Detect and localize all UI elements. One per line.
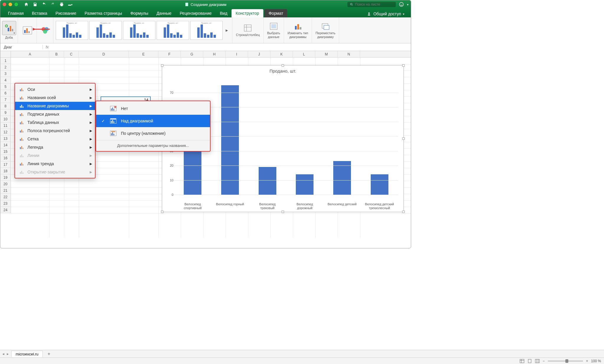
col-header-I[interactable]: I [226, 51, 248, 57]
col-header-G[interactable]: G [181, 51, 203, 57]
row-header-19[interactable]: 19 [0, 174, 11, 181]
bar-3[interactable] [296, 174, 314, 195]
col-header-E[interactable]: E [129, 51, 158, 57]
sheet-search[interactable] [347, 2, 396, 7]
fx-label[interactable]: fx [43, 45, 52, 49]
titlebar-more-icon[interactable]: ▾ [407, 3, 408, 6]
row-header-8[interactable]: 8 [0, 103, 11, 109]
menu-item-4[interactable]: Таблица данных▶ [15, 118, 95, 127]
col-header-N[interactable]: N [338, 51, 360, 57]
chart-style-2[interactable] [89, 21, 122, 40]
chart-style-4[interactable] [157, 21, 189, 40]
submenu-item-0[interactable]: Нет [96, 102, 210, 115]
row-header-9[interactable]: 9 [0, 109, 11, 116]
add-chart-element-button[interactable] [2, 21, 16, 35]
row-header-18[interactable]: 18 [0, 168, 11, 174]
svg-rect-11 [26, 28, 28, 33]
menu-item-7[interactable]: Легенда▶ [15, 143, 95, 151]
row-header-3[interactable]: 3 [0, 70, 11, 77]
tab-review[interactable]: Рецензирование [175, 9, 216, 17]
ytick: 70 [170, 91, 173, 94]
user-smiley-icon[interactable] [399, 2, 404, 7]
col-header-H[interactable]: H [203, 51, 226, 57]
row-header-24[interactable]: 24 [0, 207, 11, 213]
row-header-7[interactable]: 7 [0, 96, 11, 103]
tab-home[interactable]: Главная [4, 9, 28, 17]
col-header-L[interactable]: L [293, 51, 315, 57]
switch-row-column-button[interactable]: Строка/столбец [232, 17, 264, 43]
col-header-C[interactable]: C [64, 51, 79, 57]
tab-data[interactable]: Данные [152, 9, 176, 17]
row-header-5[interactable]: 5 [0, 83, 11, 90]
row-header-15[interactable]: 15 [0, 148, 11, 155]
submenu-item-2[interactable]: По центру (наложение) [96, 127, 210, 140]
change-chart-type-button[interactable]: Изменить тип диаграммы [284, 17, 312, 43]
bar-4[interactable] [333, 161, 351, 195]
share-person-icon [367, 12, 372, 16]
move-chart-button[interactable]: Переместить диаграмму [312, 17, 339, 43]
menu-item-6[interactable]: Сетка▶ [15, 135, 95, 143]
col-header-F[interactable]: F [158, 51, 181, 57]
bar-5[interactable] [371, 174, 388, 195]
row-header-6[interactable]: 6 [0, 90, 11, 96]
menu-item-1[interactable]: Названия осей▶ [15, 94, 95, 102]
print-icon[interactable] [59, 2, 64, 7]
share-button[interactable]: Общий доступ ▾ [365, 10, 407, 17]
row-header-20[interactable]: 20 [0, 181, 11, 187]
home-icon[interactable] [24, 2, 29, 7]
redo-icon[interactable] [50, 2, 55, 7]
menu-item-9[interactable]: Линия тренда▶ [15, 160, 95, 168]
minimize-window-icon[interactable] [9, 3, 12, 6]
row-header-17[interactable]: 17 [0, 161, 11, 168]
search-input[interactable] [355, 2, 393, 6]
chart-style-3[interactable] [123, 21, 155, 40]
col-header-J[interactable]: J [248, 51, 270, 57]
row-header-12[interactable]: 12 [0, 129, 11, 135]
menu-item-2[interactable]: Название диаграммы▶ [15, 102, 95, 110]
name-box[interactable]: Диаг [1, 45, 43, 49]
row-header-14[interactable]: 14 [0, 142, 11, 148]
col-header-D[interactable]: D [79, 51, 129, 57]
row-header-11[interactable]: 11 [0, 122, 11, 129]
tab-chart-design[interactable]: Конструктор [232, 9, 263, 17]
row-header-4[interactable]: 4 [0, 77, 11, 83]
select-data-button[interactable]: Выбрать данные [264, 17, 284, 43]
submenu-item-1[interactable]: ✓Над диаграммой [96, 115, 210, 127]
col-header-B[interactable]: B [49, 51, 64, 57]
submenu-more-options[interactable]: Дополнительные параметры названия... [96, 141, 210, 150]
close-window-icon[interactable] [3, 3, 6, 6]
qat-dropdown-icon[interactable]: ▬▾ [68, 3, 73, 6]
row-header-16[interactable]: 16 [0, 155, 11, 161]
chart-style-1[interactable] [56, 21, 88, 40]
bar-1[interactable] [221, 85, 239, 195]
bar-2[interactable] [259, 167, 276, 195]
row-header-1[interactable]: 1 [0, 58, 11, 64]
row-header-22[interactable]: 22 [0, 194, 11, 200]
chart-style-5[interactable] [190, 21, 223, 40]
svg-rect-21 [300, 27, 301, 29]
row-header-13[interactable]: 13 [0, 135, 11, 142]
col-header-A[interactable]: A [11, 51, 49, 57]
menu-item-3[interactable]: Подписи данных▶ [15, 110, 95, 118]
tab-format[interactable]: Формат [265, 9, 288, 17]
undo-icon[interactable] [42, 2, 46, 7]
tab-page-layout[interactable]: Разметка страницы [81, 9, 126, 17]
tab-draw[interactable]: Рисование [51, 9, 81, 17]
select-all-corner[interactable] [0, 51, 11, 57]
gallery-more-icon[interactable]: ▸ [224, 27, 230, 33]
tab-formulas[interactable]: Формулы [126, 9, 152, 17]
chart-title[interactable]: Продано, шт. [162, 65, 403, 75]
worksheet-grid[interactable]: ABCDEFGHIJKLMN 1234567891011121314151617… [0, 51, 411, 237]
menu-item-5[interactable]: Полоса погрешностей▶ [15, 127, 95, 135]
save-icon[interactable] [33, 2, 37, 7]
row-header-10[interactable]: 10 [0, 116, 11, 122]
row-header-23[interactable]: 23 [0, 200, 11, 207]
tab-view[interactable]: Вид [216, 9, 232, 17]
col-header-M[interactable]: M [315, 51, 338, 57]
menu-item-0[interactable]: Оси▶ [15, 85, 95, 94]
col-header-K[interactable]: K [270, 51, 293, 57]
row-header-2[interactable]: 2 [0, 64, 11, 70]
tab-insert[interactable]: Вставка [28, 9, 51, 17]
maximize-window-icon[interactable] [14, 3, 18, 6]
row-header-21[interactable]: 21 [0, 187, 11, 194]
